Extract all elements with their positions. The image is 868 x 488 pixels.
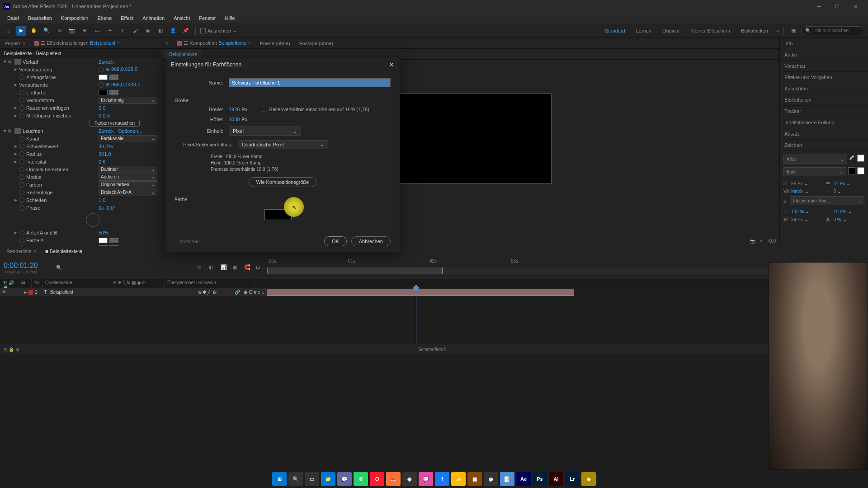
maximize-button[interactable]: ☐: [828, 0, 846, 13]
current-time[interactable]: 0:00:01:20: [4, 262, 38, 270]
baseline[interactable]: 34 Px: [791, 217, 803, 222]
effect-property[interactable]: Phase0x+0,0°: [0, 204, 161, 211]
camera-icon[interactable]: 📷: [750, 239, 755, 244]
shy-icon[interactable]: ⟲: [197, 264, 204, 272]
tab-effekteinstellungen[interactable]: ☰ Effekteinstellungen Beispieltext ≡: [30, 38, 124, 48]
tab-projekt[interactable]: Projekt×: [0, 39, 30, 48]
home-icon[interactable]: ⌂: [4, 26, 14, 36]
panel-absatz[interactable]: Absatz: [780, 128, 868, 140]
help-search[interactable]: 🔍 Hilfe durchsuchen: [801, 26, 864, 35]
taskbar-windows-start[interactable]: ⊞: [272, 472, 287, 486]
zoom-tool[interactable]: 🔍: [42, 26, 52, 36]
effect-property[interactable]: ▸Verlaufsende⊕ 956,0,1408,0: [0, 81, 161, 89]
panel-effekte-und-vorgaben[interactable]: Effekte und Vorgaben: [780, 72, 868, 83]
stroke-dropdown[interactable]: Fläche über Kon...⌄: [790, 196, 864, 205]
font-style-dropdown[interactable]: Bold⌄: [783, 167, 846, 176]
tab-footage[interactable]: Footage (ohne): [295, 39, 338, 48]
menu-ansicht[interactable]: Ansicht: [170, 14, 193, 22]
fill-swatch[interactable]: [857, 155, 864, 162]
tab-komposition[interactable]: ☰ Komposition Beispieltexte ≡: [173, 38, 255, 48]
panel-audio[interactable]: Audio: [780, 49, 868, 61]
effect-property[interactable]: ▸Schwellenwert38,0%: [0, 142, 161, 150]
tab-ebene[interactable]: Ebene (ohne): [255, 39, 295, 48]
parent-dropdown[interactable]: ◉ Ohne ⌄: [244, 290, 265, 295]
visibility-icon[interactable]: 👁: [2, 290, 8, 295]
effect-property[interactable]: FarbenOriginalfarben⌄: [0, 181, 161, 188]
font-family-dropdown[interactable]: Arial⌄: [783, 155, 847, 164]
width-value[interactable]: 1920: [229, 107, 240, 112]
taskbar-opera[interactable]: O: [370, 472, 384, 486]
workspace-bibliotheken[interactable]: Bibliotheken: [736, 28, 774, 33]
tab-renderliste[interactable]: Renderliste×: [4, 249, 39, 254]
option-icon[interactable]: ⊡: [256, 264, 263, 272]
comp-breadcrumb[interactable]: Beispieltexte: [165, 50, 202, 58]
workspace-kleiner bildschirm[interactable]: Kleiner Bildschirm: [685, 28, 736, 33]
taskbar-whatsapp[interactable]: ✆: [354, 472, 368, 486]
rotate-tool[interactable]: ⟲: [54, 26, 64, 36]
taskbar-photoshop[interactable]: Ps: [533, 472, 547, 486]
effect-property[interactable]: KanalFarbkanäle⌄: [0, 135, 161, 142]
tracking[interactable]: 0: [834, 189, 836, 194]
puppet-tool[interactable]: 📌: [181, 26, 191, 36]
layer-color[interactable]: [28, 290, 33, 295]
effect-property[interactable]: VerlaufsformKreisförmig⌄: [0, 96, 161, 104]
swap-swatch[interactable]: [857, 167, 864, 174]
minimize-button[interactable]: ─: [810, 0, 828, 13]
unit-dropdown[interactable]: Pixel⌄: [229, 127, 301, 136]
playhead[interactable]: [416, 288, 416, 344]
taskbar-messenger[interactable]: 💬: [419, 472, 433, 486]
layer-bar[interactable]: [267, 289, 574, 296]
taskbar-app1[interactable]: ◉: [402, 472, 417, 486]
snap-checkbox[interactable]: Ausrichten ⌄: [200, 28, 237, 33]
effect-property[interactable]: ▸Mit Original mischen0,0%: [0, 112, 161, 119]
effect-property[interactable]: ▸Radius381,0: [0, 150, 161, 158]
effect-property[interactable]: ▸Verlaufsanfang⊕ 968,0,628,0: [0, 66, 161, 73]
workspace-standard[interactable]: Standard: [599, 28, 631, 33]
stroke[interactable]: 0 %: [834, 217, 841, 222]
draft3d-icon[interactable]: ▦: [232, 264, 240, 272]
tab-placeholder[interactable]: ×: [161, 39, 173, 48]
panel-icon[interactable]: ▦: [788, 26, 798, 36]
menu-effekt[interactable]: Effekt: [117, 14, 137, 22]
font-size[interactable]: 98 Px: [791, 181, 803, 186]
timeline-layer[interactable]: 👁 ▸ 1 T Beispieltext ⊕ ✱ ╱ fx 🔗 ◉ Ohne ⌄: [0, 288, 267, 296]
search-icon[interactable]: 🔍: [56, 265, 62, 271]
kerning[interactable]: Metrik: [791, 189, 803, 194]
workspace-lernen[interactable]: Lernen: [631, 28, 657, 33]
effect-property[interactable]: Endfarbe: [0, 89, 161, 96]
panel-zeichen[interactable]: Zeichen: [780, 140, 868, 151]
taskbar-search[interactable]: 🔍: [288, 472, 303, 486]
taskbar-after-effects[interactable]: Ae: [516, 472, 531, 486]
footer-label[interactable]: Schalter/Modi: [19, 347, 845, 352]
graph-icon[interactable]: 📊: [221, 264, 228, 272]
effect-property[interactable]: ▸Anteil A und B50%: [0, 229, 161, 236]
panel-vorschau[interactable]: Vorschau: [780, 61, 868, 72]
tab-timeline-comp[interactable]: ■ Beispieltexte ≡: [42, 249, 85, 254]
taskbar-lightroom[interactable]: Lr: [565, 472, 580, 486]
effect-property[interactable]: Original berechnenDahinter⌄: [0, 165, 161, 173]
roto-tool[interactable]: 👤: [168, 26, 178, 36]
menu-hilfe[interactable]: Hilfe: [222, 14, 239, 22]
menu-datei[interactable]: Datei: [4, 14, 23, 22]
close-button[interactable]: ✕: [846, 0, 864, 13]
layer-name[interactable]: Beispieltext: [50, 290, 198, 295]
taskbar-obs[interactable]: ◉: [484, 472, 498, 486]
ok-button[interactable]: OK: [324, 236, 347, 246]
swap-colors-button[interactable]: Farben vertauschen: [90, 120, 140, 127]
parent-link-icon[interactable]: 🔗: [235, 290, 240, 295]
taskbar-notepad[interactable]: 📝: [500, 472, 514, 486]
hscale[interactable]: 100 %: [834, 209, 846, 214]
lock-aspect-checkbox[interactable]: [261, 107, 266, 112]
taskbar-firefox[interactable]: 🦊: [386, 472, 401, 486]
effect-property[interactable]: Farbe A: [0, 236, 161, 244]
camera-tool[interactable]: 📷: [67, 26, 77, 36]
effect-property[interactable]: ReihenfolgeDreieck A>B>A⌄: [0, 188, 161, 196]
text-tool[interactable]: T: [118, 26, 127, 36]
menu-ebene[interactable]: Ebene: [94, 14, 115, 22]
toggle-switches-icon[interactable]: ⊡ 🔒 ⊞: [4, 347, 19, 352]
workspace-original[interactable]: Original: [657, 28, 685, 33]
panel-ausrichten[interactable]: Ausrichten: [780, 83, 868, 94]
taskbar-file-explorer[interactable]: 📁: [321, 472, 335, 486]
comp-size-button[interactable]: Wie Kompositionsgröße: [249, 177, 317, 187]
eraser-tool[interactable]: ◧: [156, 26, 165, 36]
